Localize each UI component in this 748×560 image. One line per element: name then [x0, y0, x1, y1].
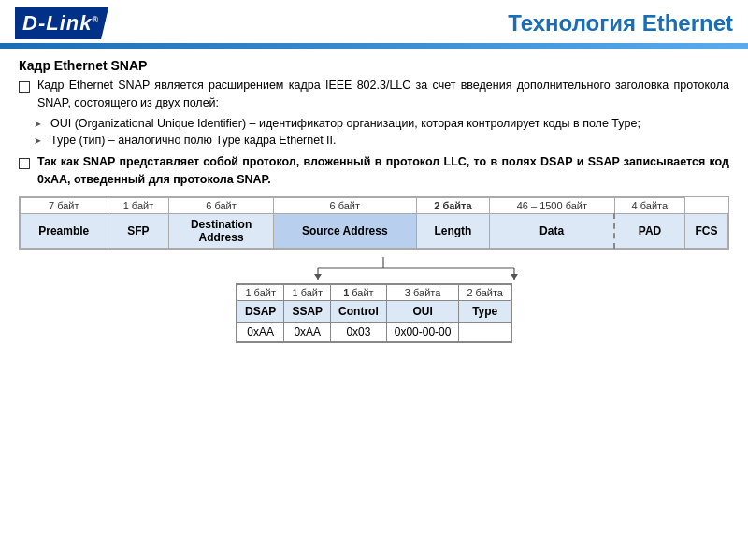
- top-bar: [0, 43, 748, 49]
- arrow-area: [19, 255, 729, 281]
- svg-marker-6: [314, 274, 322, 280]
- fl-src-addr: Source Address: [273, 213, 416, 248]
- fl-preamble: Preamble: [21, 213, 108, 248]
- fl-length: Length: [416, 213, 489, 248]
- fh-col-6: 46 – 1500 байт: [490, 197, 615, 213]
- checkbox-2: [19, 155, 34, 172]
- checkbox-1: [19, 79, 34, 95]
- snap-value-row: 0хАА 0хАА 0х03 0х00-00-00: [237, 322, 511, 341]
- para1-block: Кадр Ethernet SNAP является расширением …: [19, 77, 729, 112]
- sh-col-3: 1 байт: [331, 284, 387, 300]
- frame-table: 7 байт 1 байт 6 байт 6 байт 2 байта 46 –…: [20, 197, 728, 249]
- snap-outer: 1 байт 1 байт 1 байт 3 байта 2 байта DSA…: [236, 283, 512, 343]
- fh-col-1: 7 байт: [21, 197, 108, 213]
- sh-col-2: 1 байт: [284, 284, 331, 300]
- sl-dsap: DSAP: [237, 300, 284, 322]
- sl-oui: OUI: [386, 300, 459, 322]
- bullet-item-1: OUI (Organizational Unique Identifier) –…: [34, 115, 729, 133]
- snap-table: 1 байт 1 байт 1 байт 3 байта 2 байта DSA…: [237, 284, 511, 342]
- dlink-logo: D-Link®: [15, 7, 108, 39]
- sv-type: [459, 322, 511, 341]
- arrow-svg: [19, 255, 729, 281]
- frame-table-wrap: 7 байт 1 байт 6 байт 6 байт 2 байта 46 –…: [19, 196, 729, 250]
- logo-text: D-Link®: [22, 11, 99, 36]
- sh-col-1: 1 байт: [237, 284, 284, 300]
- sl-control: Control: [331, 300, 387, 322]
- sv-oui: 0х00-00-00: [386, 322, 459, 341]
- fl-pad: PAD: [614, 213, 684, 248]
- fh-col-5: 2 байта: [416, 197, 489, 213]
- sh-col-4: 3 байта: [386, 284, 459, 300]
- para2-text: Так как SNAP представляет собой протокол…: [37, 153, 729, 189]
- para2-block: Так как SNAP представляет собой протокол…: [19, 153, 729, 189]
- svg-marker-5: [511, 274, 518, 280]
- fh-col-7: 4 байта: [614, 197, 684, 213]
- snap-wrap: 1 байт 1 байт 1 байт 3 байта 2 байта DSA…: [19, 283, 729, 343]
- snap-label-row: DSAP SSAP Control OUI Type: [237, 300, 511, 322]
- sh-col-5: 2 байта: [459, 284, 511, 300]
- snap-header-row: 1 байт 1 байт 1 байт 3 байта 2 байта: [237, 284, 511, 300]
- fh-col-3: 6 байт: [169, 197, 273, 213]
- frame-header-row: 7 байт 1 байт 6 байт 6 байт 2 байта 46 –…: [21, 197, 728, 213]
- sv-control: 0х03: [331, 322, 387, 341]
- sv-dsap: 0хАА: [237, 322, 284, 341]
- frame-label-row: Preamble SFP DestinationAddress Source A…: [21, 213, 728, 248]
- section-title: Кадр Ethernet SNAP: [19, 58, 729, 73]
- sv-ssap: 0хАА: [284, 322, 331, 341]
- bullet-item-2: Type (тип) – аналогично полю Type кадра …: [34, 132, 729, 150]
- header: D-Link® Технология Ethernet: [0, 0, 748, 43]
- fh-col-4: 6 байт: [273, 197, 416, 213]
- logo-area: D-Link®: [15, 7, 108, 39]
- fh-col-2: 1 байт: [108, 197, 169, 213]
- page-title: Технология Ethernet: [508, 10, 733, 36]
- sl-type: Type: [459, 300, 511, 322]
- para1-text: Кадр Ethernet SNAP является расширением …: [37, 77, 729, 112]
- fl-dest-addr: DestinationAddress: [169, 213, 273, 248]
- content: Кадр Ethernet SNAP Кадр Ethernet SNAP яв…: [0, 52, 748, 349]
- fl-fcs: FCS: [684, 213, 727, 248]
- sl-ssap: SSAP: [284, 300, 331, 322]
- fl-data: Data: [490, 213, 615, 248]
- bullet-list: OUI (Organizational Unique Identifier) –…: [34, 115, 729, 151]
- fl-sfp: SFP: [108, 213, 169, 248]
